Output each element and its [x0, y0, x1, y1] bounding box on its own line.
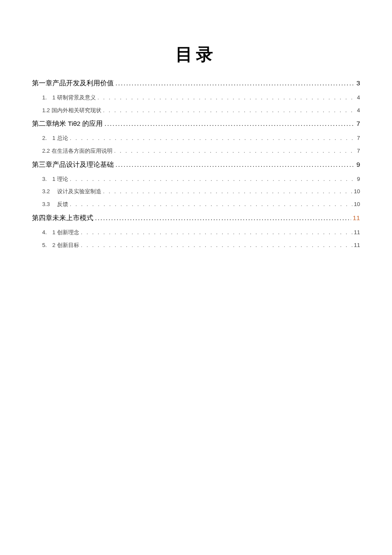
toc-entry-page: 9	[356, 160, 360, 170]
toc-entry[interactable]: 3.3 反馈. . . . . . . . . . . . . . . . . …	[32, 200, 360, 209]
toc-entry-label: 4. 1 创新理念	[42, 228, 79, 237]
toc-entry[interactable]: 2. 1 总论. . . . . . . . . . . . . . . . .…	[32, 134, 360, 143]
toc-entry-page: 3	[356, 78, 360, 89]
toc-entry-page: 7	[356, 119, 360, 129]
toc-entry-page: 9	[357, 175, 360, 184]
toc-leader-dots: . . . . . . . . . . . . . . . . . . . . …	[70, 200, 352, 209]
toc-entry-page: 7	[357, 134, 360, 143]
toc-leader-dots: . . . . . . . . . . . . . . . . . . . . …	[103, 106, 355, 115]
toc-entry-label: 3. 1 理论	[42, 175, 68, 184]
toc-entry[interactable]: 第四章未来上市模式...............................…	[32, 213, 360, 224]
toc-entry[interactable]: 3. 1 理论. . . . . . . . . . . . . . . . .…	[32, 175, 360, 184]
toc-leader-dots: . . . . . . . . . . . . . . . . . . . . …	[81, 228, 352, 237]
toc-entry[interactable]: 5. 2 创新目标. . . . . . . . . . . . . . . .…	[32, 241, 360, 250]
toc-entry[interactable]: 3.2 设计及实验室制造. . . . . . . . . . . . . . …	[32, 187, 360, 196]
toc-leader-dots: . . . . . . . . . . . . . . . . . . . . …	[70, 175, 355, 184]
toc-entry-label: 1.2 国内外相关研究现状	[42, 106, 101, 115]
toc-leader-dots: . . . . . . . . . . . . . . . . . . . . …	[103, 187, 352, 196]
toc-entry[interactable]: 1.2 国内外相关研究现状. . . . . . . . . . . . . .…	[32, 106, 360, 115]
toc-entry-label: 第四章未来上市模式	[32, 213, 93, 224]
toc-entry-label: 3.2 设计及实验室制造	[42, 187, 101, 196]
toc-leader-dots: . . . . . . . . . . . . . . . . . . . . …	[81, 241, 352, 250]
toc-entry-label: 第三章产品设计及理论基础	[32, 160, 114, 170]
toc-entry[interactable]: 2.2 在生活各方面的应用说明. . . . . . . . . . . . .…	[32, 147, 360, 156]
toc-leader-dots: . . . . . . . . . . . . . . . . . . . . …	[114, 147, 355, 156]
toc-leader-dots: ........................................…	[115, 78, 355, 89]
toc-entry-label: 3.3 反馈	[42, 200, 68, 209]
toc-entry-label: 第二章纳米 Tiθ2 的应用	[32, 119, 103, 129]
toc-leader-dots: . . . . . . . . . . . . . . . . . . . . …	[70, 134, 355, 143]
toc-leader-dots: . . . . . . . . . . . . . . . . . . . . …	[98, 93, 355, 102]
toc-entry-page: 7	[357, 147, 360, 156]
toc-entry-label: 1. 1 研制背景及意义	[42, 93, 96, 102]
toc-entry-label: 第一章产品开发及利用价值	[32, 78, 114, 89]
toc-entry-label: 2. 1 总论	[42, 134, 68, 143]
toc-entry[interactable]: 4. 1 创新理念. . . . . . . . . . . . . . . .…	[32, 228, 360, 237]
toc-entry-page: 10	[354, 200, 360, 209]
toc-leader-dots: ........................................…	[95, 213, 351, 224]
toc-entry-label: 5. 2 创新目标	[42, 241, 79, 250]
toc-entry[interactable]: 第一章产品开发及利用价值............................…	[32, 78, 360, 89]
toc-entry-page: 4	[357, 106, 360, 115]
toc-entry-page: 10	[354, 187, 360, 196]
toc-entry[interactable]: 第三章产品设计及理论基础............................…	[32, 160, 360, 170]
toc-leader-dots: ........................................…	[104, 119, 355, 129]
toc-entry-page: 11	[353, 213, 360, 224]
toc-entry-page: 11	[354, 241, 360, 250]
toc-title: 目录	[32, 43, 360, 66]
toc-entry[interactable]: 1. 1 研制背景及意义. . . . . . . . . . . . . . …	[32, 93, 360, 102]
toc-entry-page: 4	[357, 93, 360, 102]
toc-entry-label: 2.2 在生活各方面的应用说明	[42, 147, 112, 156]
toc-entry-page: 11	[354, 228, 360, 237]
table-of-contents: 第一章产品开发及利用价值............................…	[32, 78, 360, 250]
toc-entry[interactable]: 第二章纳米 Tiθ2 的应用..........................…	[32, 119, 360, 129]
toc-leader-dots: ........................................…	[115, 160, 355, 170]
